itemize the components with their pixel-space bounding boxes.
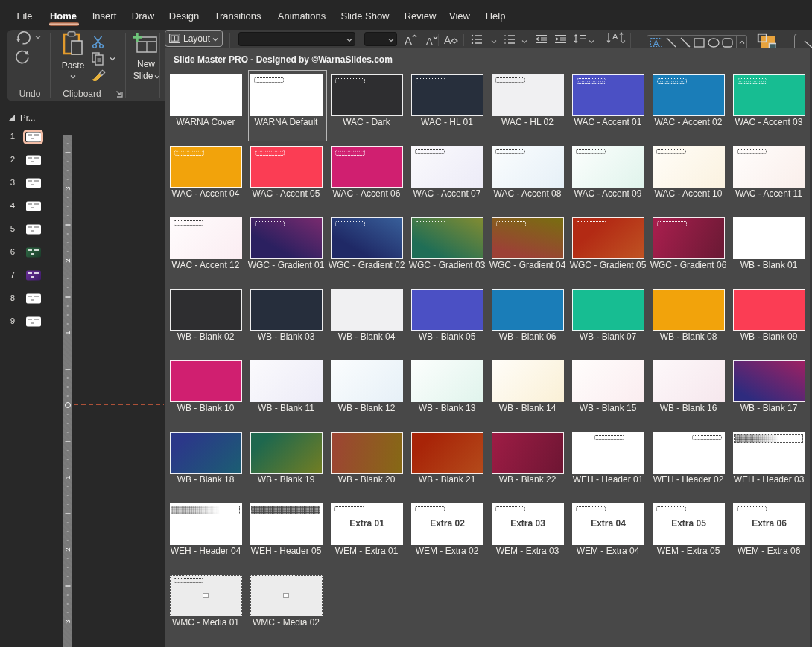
svg-text:A: A [653,39,659,48]
svg-text:A: A [444,34,451,46]
svg-text:A: A [612,32,618,41]
svg-text:A: A [426,36,433,46]
svg-text:A: A [405,34,412,46]
